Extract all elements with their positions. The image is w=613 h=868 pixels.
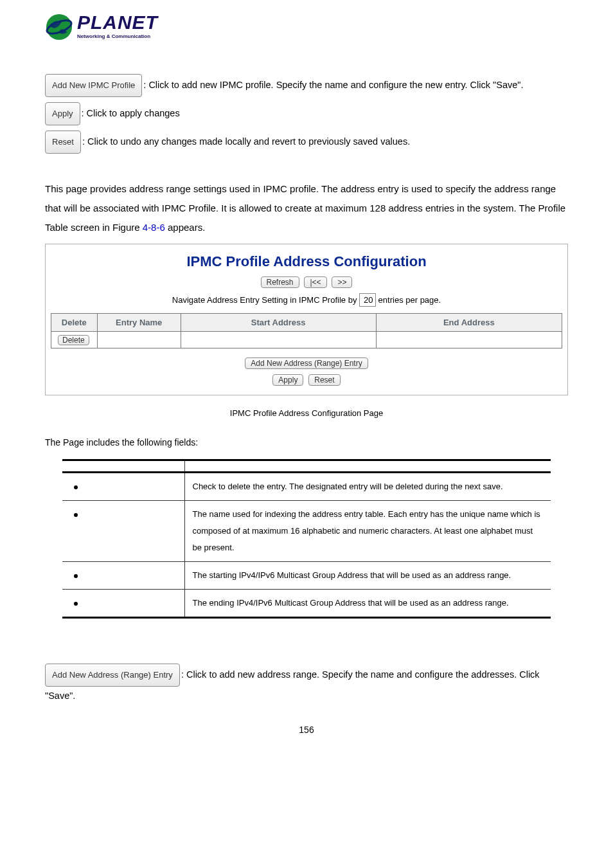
cell-entry-name[interactable]: [97, 332, 181, 348]
planet-globe-icon: [45, 13, 73, 43]
figure-caption: IPMC Profile Address Configuration Page: [45, 408, 568, 418]
field-desc: The starting IPv4/IPv6 Multicast Group A…: [184, 562, 551, 590]
col-start-address: Start Address: [181, 314, 376, 332]
apply-button[interactable]: Apply: [45, 102, 80, 125]
fields-header-description: [184, 460, 551, 473]
table-header-row: Delete Entry Name Start Address End Addr…: [51, 314, 562, 332]
intro-paragraph: This page provides address range setting…: [45, 179, 568, 237]
apply-desc: : Click to apply changes: [82, 108, 180, 118]
bullet-icon: [74, 485, 78, 489]
fields-description-table: Check to delete the entry. The designate…: [62, 459, 551, 619]
field-desc: The name used for indexing the address e…: [184, 501, 551, 562]
reset-desc: : Click to undo any changes made locally…: [82, 136, 410, 147]
nav-line: Navigate Address Entry Setting in IPMC P…: [51, 293, 562, 307]
add-range-desc-tail: ".: [69, 691, 75, 701]
bullet-icon: [74, 513, 78, 517]
first-page-button[interactable]: |<<: [304, 276, 326, 288]
table-row: The name used for indexing the address e…: [62, 501, 551, 562]
next-page-button[interactable]: >>: [332, 276, 352, 288]
logo: PLANET Networking & Communication: [45, 13, 173, 48]
col-entry-name: Entry Name: [97, 314, 181, 332]
col-end-address: End Address: [376, 314, 562, 332]
col-delete: Delete: [51, 314, 98, 332]
table-row: The ending IPv4/IPv6 Multicast Group Add…: [62, 590, 551, 618]
panel-reset-button[interactable]: Reset: [308, 374, 340, 386]
add-new-address-range-entry-button[interactable]: Add New Address (Range) Entry: [245, 357, 368, 369]
logo-tagline: Networking & Communication: [77, 33, 158, 39]
fields-header-object: [62, 460, 184, 473]
cell-end-address[interactable]: [376, 332, 562, 348]
page-number: 156: [45, 725, 568, 735]
table-row: Check to delete the entry. The designate…: [62, 473, 551, 501]
field-desc: The ending IPv4/IPv6 Multicast Group Add…: [184, 590, 551, 618]
panel-title: IPMC Profile Address Configuration: [51, 253, 562, 270]
logo-text: PLANET: [77, 13, 158, 32]
address-entry-table: Delete Entry Name Start Address End Addr…: [51, 313, 562, 348]
table-row: The starting IPv4/IPv6 Multicast Group A…: [62, 562, 551, 590]
table-row: Delete: [51, 332, 562, 348]
ipmc-config-panel: IPMC Profile Address Configuration Refre…: [45, 244, 568, 395]
cell-start-address[interactable]: [181, 332, 376, 348]
add-new-ipmc-profile-button[interactable]: Add New IPMC Profile: [45, 74, 142, 97]
add-new-address-range-entry-footer-button[interactable]: Add New Address (Range) Entry: [45, 664, 180, 687]
bullet-icon: [74, 602, 78, 606]
add-profile-desc: : Click to add new IPMC profile. Specify…: [143, 80, 523, 90]
panel-apply-button[interactable]: Apply: [272, 374, 303, 386]
bullet-icon: [74, 574, 78, 578]
entries-per-page-input[interactable]: 20: [359, 293, 376, 307]
field-desc: Check to delete the entry. The designate…: [184, 473, 551, 501]
fields-intro: The Page includes the following fields:: [45, 437, 568, 448]
refresh-button[interactable]: Refresh: [261, 276, 299, 288]
reset-button[interactable]: Reset: [45, 131, 81, 154]
delete-row-button[interactable]: Delete: [58, 335, 89, 345]
figure-ref: 4-8-6: [143, 222, 165, 233]
